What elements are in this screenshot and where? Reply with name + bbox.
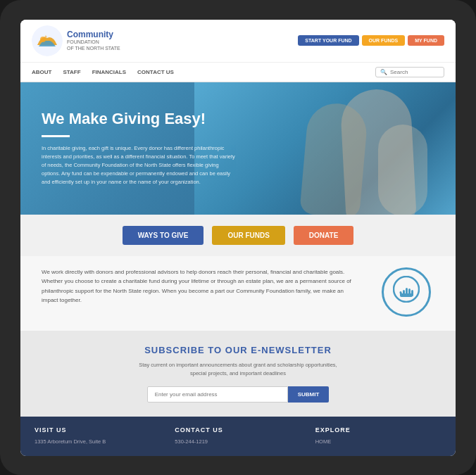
tab-buttons-row: WAYS TO GIVE OUR FUNDS DONATE [20, 215, 456, 256]
site-footer: VISIT US 1335 Arboretum Drive, Suite B C… [20, 417, 456, 456]
footer-visit-text: 1335 Arboretum Drive, Suite B [35, 438, 161, 446]
our-funds-button[interactable]: OUR FUNDS [362, 35, 406, 46]
footer-col-contact: CONTACT US 530-244-1219 [175, 426, 301, 446]
logo-text: Community FOUNDATION OF THE NORTH STATE [67, 30, 120, 51]
start-fund-button[interactable]: START YOUR FUND [298, 35, 358, 46]
nav-staff[interactable]: STAFF [63, 69, 80, 75]
svg-rect-8 [400, 293, 413, 297]
site-header: Community FOUNDATION OF THE NORTH STATE … [20, 20, 456, 63]
footer-col-explore: EXPLORE HOME [315, 426, 441, 446]
my-fund-button[interactable]: MY FUND [408, 35, 444, 46]
hero-body: In charitable giving, each gift is uniqu… [42, 144, 239, 186]
footer-visit-title: VISIT US [35, 426, 161, 433]
hand-icon-circle [382, 267, 431, 317]
hand-giving-icon [393, 276, 420, 308]
device-frame: Community FOUNDATION OF THE NORTH STATE … [0, 0, 476, 475]
logo-subtitle-2: OF THE NORTH STATE [67, 46, 120, 51]
newsletter-section: SUBSCRIBE TO OUR E-NEWSLETTER Stay curre… [20, 331, 456, 417]
hero-section: We Make Giving Easy! In charitable givin… [20, 82, 456, 215]
ways-text: We work directly with donors and profess… [42, 267, 357, 305]
hero-content: We Make Giving Easy! In charitable givin… [20, 96, 260, 201]
footer-contact-title: CONTACT US [175, 426, 301, 433]
footer-explore-home[interactable]: HOME [315, 438, 441, 446]
ways-section: We work directly with donors and profess… [20, 256, 456, 331]
search-icon: 🔍 [380, 69, 387, 75]
newsletter-title: SUBSCRIBE TO OUR E-NEWSLETTER [42, 345, 434, 355]
search-bar: 🔍 [375, 67, 444, 77]
site-nav: ABOUT STAFF FINANCIALS CONTACT US 🔍 [20, 63, 456, 82]
hero-title: We Make Giving Easy! [42, 110, 239, 128]
svg-point-1 [40, 37, 46, 42]
nav-about[interactable]: ABOUT [32, 69, 51, 75]
ways-to-give-tab[interactable]: WAYS TO GIVE [123, 226, 204, 245]
newsletter-body: Stay current on important announcements … [132, 361, 344, 378]
logo-icon [32, 25, 63, 56]
nav-contact[interactable]: CONTACT US [137, 69, 174, 75]
browser-window: Community FOUNDATION OF THE NORTH STATE … [20, 20, 456, 456]
footer-explore-title: EXPLORE [315, 426, 441, 433]
nav-financials[interactable]: FINANCIALS [92, 69, 126, 75]
hero-divider [42, 135, 70, 137]
logo-title: Community [67, 30, 120, 39]
newsletter-submit-button[interactable]: SUBMIT [288, 386, 330, 403]
our-funds-tab[interactable]: OUR FUNDS [212, 226, 284, 245]
top-buttons: START YOUR FUND OUR FUNDS MY FUND [298, 35, 444, 46]
footer-col-visit: VISIT US 1335 Arboretum Drive, Suite B [35, 426, 161, 446]
logo-area: Community FOUNDATION OF THE NORTH STATE [32, 25, 120, 56]
logo-subtitle-1: FOUNDATION [67, 39, 120, 45]
newsletter-form: SUBMIT [42, 386, 434, 403]
search-input[interactable] [390, 69, 439, 75]
ways-body: We work directly with donors and profess… [42, 267, 357, 305]
donate-tab[interactable]: DONATE [294, 226, 353, 245]
newsletter-email-input[interactable] [147, 386, 288, 403]
footer-contact-text: 530-244-1219 [175, 438, 301, 446]
ways-icon-area [378, 267, 434, 317]
nav-links: ABOUT STAFF FINANCIALS CONTACT US [32, 69, 174, 75]
